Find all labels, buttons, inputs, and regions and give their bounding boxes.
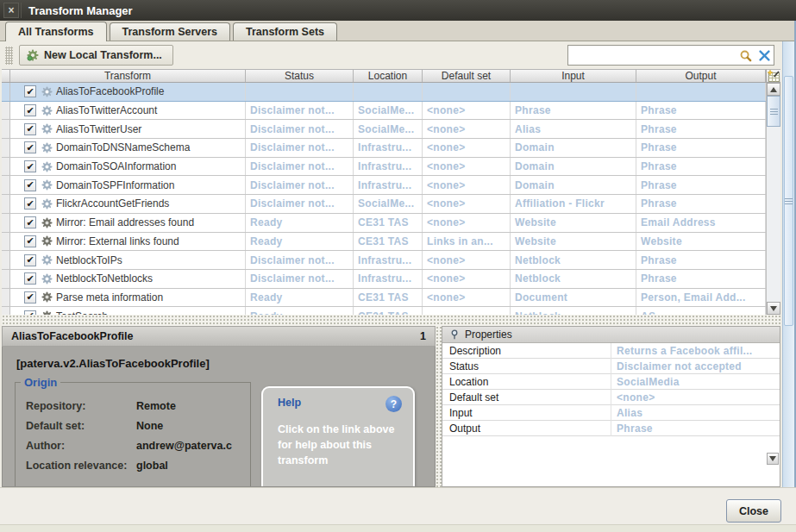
table-row[interactable]: ✔TestSearchReadyCE31 TASNetblockAS [2,307,766,315]
cell-location: Infrastru... [354,139,423,157]
cell-input: Phrase [511,102,636,120]
table-row[interactable]: ✔AliasToTwitterUserDisclaimer not...Soci… [2,120,766,139]
row-checkbox[interactable]: ✔ [24,216,36,228]
cell-input: Domain [511,139,636,157]
toolbar-drag-handle[interactable] [5,47,13,65]
cell-default-set: <none> [423,176,511,194]
column-header-output[interactable]: Output [636,70,766,82]
column-header-location[interactable]: Location [354,70,423,82]
footer-bar: Close [0,487,796,524]
horizontal-splitter[interactable] [2,315,780,326]
cell-default-set [423,307,511,315]
table-row[interactable]: ✔DomainToSOAInformationDisclaimer not...… [2,158,766,177]
gear-light [41,105,53,116]
window-close-button[interactable]: × [3,3,19,18]
cell-status: Disclaimer not... [246,270,354,288]
origin-field-value: None [136,420,163,432]
search-clear-icon[interactable] [755,50,774,61]
cell-location: CE31 TAS [354,289,423,307]
origin-field-label: Repository: [26,400,136,412]
table-row[interactable]: ✔Parse meta informationReadyCE31 TAS<non… [2,289,766,308]
row-checkbox[interactable]: ✔ [24,104,36,116]
property-value: SocialMedia [611,376,780,388]
gear-light [41,161,53,172]
property-row[interactable]: StatusDisclaimer not accepted [442,359,780,374]
scroll-up-button[interactable] [767,83,780,96]
column-customizer-button[interactable] [766,69,780,83]
row-checkbox[interactable]: ✔ [24,272,36,285]
property-label: Input [442,405,611,421]
tab-transform-servers[interactable]: Transform Servers [110,22,230,41]
tab-all-transforms[interactable]: All Transforms [5,22,107,41]
table-row[interactable]: ✔Mirror: Email addresses foundReadyCE31 … [2,214,766,233]
search-input[interactable] [568,47,736,64]
column-header-status[interactable]: Status [246,70,354,82]
row-checkbox[interactable]: ✔ [24,235,36,247]
table-row[interactable]: ✔AliasToTwitterAccountDisclaimer not...S… [2,102,766,121]
table-row[interactable]: ✔NetblockToNetblocksDisclaimer not...Inf… [2,270,766,289]
close-button[interactable]: Close [726,499,781,523]
property-row[interactable]: DescriptionReturns a Facebook affil... [442,343,780,359]
search-icon[interactable] [736,49,755,62]
row-checkbox[interactable]: ✔ [24,254,36,266]
row-checkbox[interactable]: ✔ [24,291,36,304]
detail-count-badge: 1 [420,330,426,342]
cell-output: Phrase [636,176,766,194]
row-checkbox[interactable]: ✔ [24,160,36,172]
scroll-down-button[interactable] [767,302,780,315]
close-icon: × [8,4,14,16]
cell-location: CE31 TAS [354,233,423,251]
tab-strip: All TransformsTransform ServersTransform… [0,21,796,41]
new-local-transform-button[interactable]: New Local Transform... [19,45,173,66]
table-scrollbar[interactable] [766,83,780,315]
table-row[interactable]: ✔DomainToDNSNameSchemaDisclaimer not...I… [2,139,766,158]
vertical-splitter[interactable] [436,326,442,487]
help-text: Click on the link above for help about t… [278,422,403,468]
transform-name: FlickrAccountGetFriends [56,197,169,210]
gear-dark [41,291,53,303]
property-row[interactable]: Default set<none> [442,390,780,405]
cell-location: SocialMe... [354,120,423,138]
row-strip [2,195,10,213]
table-body: ✔AliasToFacebookProfile✔AliasToTwitterAc… [2,83,766,315]
transform-name: AliasToTwitterUser [56,123,141,135]
table-row[interactable]: ✔FlickrAccountGetFriendsDisclaimer not..… [2,195,766,214]
row-checkbox[interactable]: ✔ [24,141,36,153]
table-row[interactable]: ✔NetblockToIPsDisclaimer not...Infrastru… [2,251,766,270]
row-strip [2,307,10,315]
properties-scroll-down-button[interactable] [767,453,779,465]
column-header-transform[interactable]: Transform [10,70,246,82]
property-row[interactable]: InputAlias [442,405,780,421]
property-value: Disclaimer not accepted [611,360,780,372]
origin-field: Location relevance:global [26,460,250,472]
row-checkbox[interactable]: ✔ [24,85,36,97]
property-row[interactable]: LocationSocialMedia [442,374,780,390]
row-strip [2,176,10,194]
cell-output: Phrase [636,270,766,288]
window-scrollbar-thumb[interactable] [784,76,793,326]
column-header-default-set[interactable]: Default set [423,70,511,82]
table-row[interactable]: ✔AliasToFacebookProfile [2,83,766,102]
tab-transform-sets[interactable]: Transform Sets [233,22,337,41]
new-local-transform-label: New Local Transform... [44,49,162,61]
scrollbar-thumb[interactable] [767,96,780,127]
properties-title: Properties [465,329,512,341]
row-checkbox[interactable]: ✔ [24,123,36,135]
cell-default-set: <none> [423,139,511,157]
window-scrollbar[interactable] [782,41,794,487]
row-checkbox[interactable]: ✔ [24,179,36,191]
cell-output: Website [636,233,766,251]
window-bottom-strip [0,524,796,532]
row-strip [2,83,10,101]
gear-dark [41,235,53,247]
table-row[interactable]: ✔DomainToSPFInformationDisclaimer not...… [2,176,766,195]
property-value: Alias [611,407,780,419]
column-header-input[interactable]: Input [511,70,636,82]
bottom-panels: AliasToFacebookProfile 1 [paterva.v2.Ali… [0,326,782,487]
table-row[interactable]: ✔Mirror: External links foundReadyCE31 T… [2,233,766,252]
cell-output: Email Address [636,214,766,232]
cell-default-set: <none> [423,251,511,269]
row-checkbox[interactable]: ✔ [24,197,36,210]
transforms-table: TransformStatusLocationDefault setInputO… [2,69,780,315]
property-row[interactable]: OutputPhrase [442,421,780,436]
